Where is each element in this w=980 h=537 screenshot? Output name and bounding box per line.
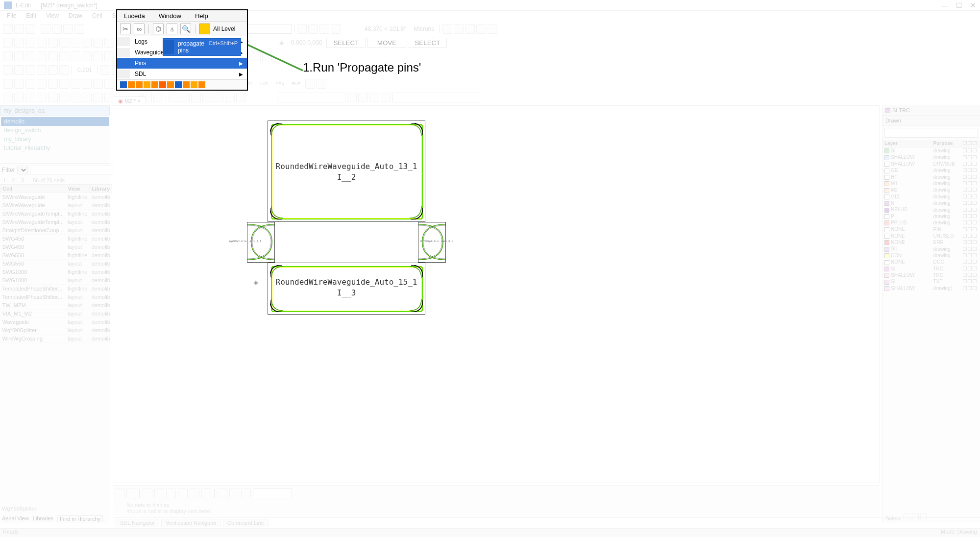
table-row[interactable]: WgY90Splitterlayoutdemolib xyxy=(0,326,112,335)
menu-window[interactable]: Window xyxy=(152,10,188,22)
layer-row[interactable]: GEdrawing xyxy=(882,167,980,173)
tb-btn[interactable] xyxy=(297,24,307,34)
cell-col-view[interactable]: View xyxy=(66,185,89,193)
cell-col-lib[interactable]: Library xyxy=(89,185,112,193)
tb-btn[interactable] xyxy=(3,93,13,102)
select-btn2[interactable] xyxy=(912,513,919,520)
lib-selector[interactable]: my_designs_oa xyxy=(0,105,110,116)
tb-btn[interactable] xyxy=(74,24,84,34)
tb-btn[interactable] xyxy=(37,79,47,89)
tb-btn[interactable] xyxy=(59,93,69,102)
tb-btn[interactable] xyxy=(153,93,163,102)
swatch-yellow2[interactable] xyxy=(191,81,197,88)
tb-btn[interactable] xyxy=(104,93,114,102)
tb-btn[interactable] xyxy=(115,488,124,498)
zoom-icon[interactable]: 🔍 xyxy=(180,24,191,34)
sdl-nav-tab[interactable]: SDL Navigator xyxy=(116,519,159,527)
table-row[interactable]: SWG1000flightlinedemolib xyxy=(0,268,112,276)
tb-btn[interactable] xyxy=(37,38,47,48)
layer-row[interactable]: NONEERR xyxy=(882,239,980,245)
filter-input[interactable] xyxy=(30,166,114,174)
layer-row[interactable]: SITRC xyxy=(882,266,980,272)
tb-btn[interactable] xyxy=(3,24,13,34)
tb-btn[interactable] xyxy=(3,79,13,89)
canvas-viewport[interactable] xyxy=(113,105,880,483)
tb-btn[interactable] xyxy=(317,79,326,89)
verif-nav-tab[interactable]: Verification Navigator xyxy=(161,519,221,527)
layer-row[interactable]: M2drawing xyxy=(882,187,980,193)
layer-row[interactable]: M1drawing xyxy=(882,180,980,187)
tb-btn[interactable] xyxy=(369,93,379,102)
tb-btn[interactable] xyxy=(465,24,475,34)
tb-search2[interactable] xyxy=(392,93,480,102)
swatch-orange6[interactable] xyxy=(198,81,205,88)
tb-btn[interactable] xyxy=(14,51,24,61)
tb-btn[interactable] xyxy=(48,51,58,61)
tb-btn[interactable] xyxy=(14,38,24,48)
layer-row[interactable]: NPLUSdrawing xyxy=(882,206,980,213)
link-icon[interactable]: ∞ xyxy=(134,24,145,34)
tb-btn[interactable] xyxy=(25,65,35,75)
table-row[interactable]: TemplatedPhaseShifter...layoutdemolib xyxy=(0,293,112,301)
table-row[interactable]: SWG450layoutdemolib xyxy=(0,243,112,251)
tb-btn[interactable] xyxy=(218,488,227,498)
tb-btn[interactable] xyxy=(59,51,69,61)
table-row[interactable]: SiWireWaveguideTempl...flightlinedemolib xyxy=(0,210,112,218)
swatch-yellow[interactable] xyxy=(144,81,150,88)
menu-help[interactable]: Help xyxy=(188,10,215,22)
tb-btn[interactable] xyxy=(131,93,141,102)
tb-btn[interactable] xyxy=(25,93,35,102)
tb-btn[interactable] xyxy=(3,38,13,48)
mode3-input[interactable] xyxy=(408,38,447,48)
tb-btn[interactable] xyxy=(331,24,341,34)
hierarchy-icon[interactable]: ⍋ xyxy=(167,24,177,34)
swatch-red[interactable] xyxy=(159,81,166,88)
lib-item[interactable]: design_switch xyxy=(1,126,109,135)
swatch-blue[interactable] xyxy=(120,81,127,88)
tb-btn[interactable] xyxy=(3,51,13,61)
tb-btn[interactable] xyxy=(82,51,92,61)
menu-view[interactable]: View xyxy=(42,11,63,20)
tb-btn[interactable] xyxy=(488,24,497,34)
menu-item-pins[interactable]: Pins▶ xyxy=(117,58,247,69)
tb-btn[interactable] xyxy=(126,488,136,498)
select-btn3[interactable] xyxy=(920,513,927,520)
cell-col-name[interactable]: Cell xyxy=(0,185,66,193)
tb-btn[interactable] xyxy=(14,24,24,34)
tb-btn[interactable] xyxy=(154,488,164,498)
tb-btn[interactable] xyxy=(37,93,47,102)
tb-btn[interactable] xyxy=(308,24,318,34)
cmdline-tab[interactable]: Command Line xyxy=(223,519,269,527)
tb-btn[interactable] xyxy=(71,93,80,102)
layer-col-purpose[interactable]: Purpose xyxy=(931,140,961,147)
tb-btn[interactable] xyxy=(71,51,80,61)
table-row[interactable]: SWG550layoutdemolib xyxy=(0,260,112,268)
tb-btn[interactable] xyxy=(100,65,110,75)
table-row[interactable]: VIA_M1_M2layoutdemolib xyxy=(0,310,112,318)
tb-btn[interactable] xyxy=(143,488,152,498)
swatch-orange[interactable] xyxy=(128,81,135,88)
tb-btn[interactable] xyxy=(180,93,190,102)
tb-btn[interactable] xyxy=(442,24,452,34)
tb-btn[interactable] xyxy=(25,38,35,48)
tb-btn[interactable] xyxy=(142,93,152,102)
layer-row[interactable]: CONdrawing xyxy=(882,252,980,259)
swatch-orange2[interactable] xyxy=(136,81,143,88)
tb-btn[interactable] xyxy=(305,79,315,89)
tb-btn[interactable] xyxy=(166,488,176,498)
table-row[interactable]: SWG1000layoutdemolib xyxy=(0,276,112,285)
tb-btn[interactable] xyxy=(178,488,188,498)
swatch-blue2[interactable] xyxy=(175,81,182,88)
tb-btn[interactable] xyxy=(104,38,114,48)
layer-row[interactable]: SHALLOWTRC xyxy=(882,272,980,278)
tb-btn[interactable] xyxy=(214,93,223,102)
tb-btn[interactable] xyxy=(347,93,357,102)
tb-btn[interactable] xyxy=(37,65,47,75)
close-icon[interactable]: ✕ xyxy=(970,1,976,9)
layer-row[interactable]: NONEPIN xyxy=(882,226,980,232)
table-row[interactable]: WireWgCrossinglayoutdemolib xyxy=(0,335,112,343)
tb-btn[interactable] xyxy=(48,93,58,102)
tb-btn[interactable] xyxy=(59,38,69,48)
menu-cell[interactable]: Cell xyxy=(88,11,106,20)
layer-row[interactable]: V12drawing xyxy=(882,194,980,200)
